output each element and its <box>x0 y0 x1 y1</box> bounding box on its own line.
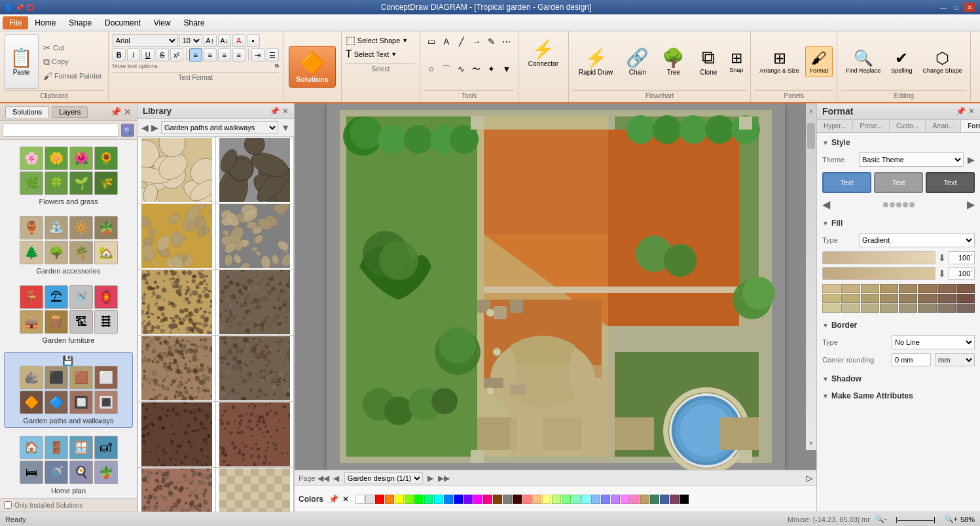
maximize-button[interactable]: □ <box>951 3 962 12</box>
canvas-diagram[interactable] <box>327 103 785 470</box>
swatch-lightyellow[interactable] <box>542 495 551 504</box>
swatch-mint[interactable] <box>424 495 433 504</box>
swatch-purple[interactable] <box>463 495 473 504</box>
pen-tool[interactable]: ✎ <box>484 34 499 48</box>
select-shape-dropdown[interactable]: ▼ <box>402 37 408 44</box>
highlight-btn[interactable]: ▪ <box>247 34 260 47</box>
library-item-soil-med[interactable] <box>216 402 293 467</box>
solution-garden-accessories[interactable]: 🏺 ⛲ 🔆 🪴 🌲 🌳 🌴 🏡 Garden accessories <box>4 213 133 277</box>
arrange-size-button[interactable]: ⊞ Arrange & Size <box>755 46 804 77</box>
solutions-pin-button[interactable]: 📌 <box>110 107 121 117</box>
style-btn-1[interactable]: Text <box>822 172 871 193</box>
solutions-filter-button[interactable]: 🔍 <box>121 124 134 137</box>
zoom-out-btn[interactable]: 🔍- <box>875 515 887 523</box>
find-replace-button[interactable]: 🔍 Find Replace <box>841 46 885 77</box>
fill-swatch-14[interactable] <box>918 294 936 303</box>
menu-document[interactable]: Document <box>98 16 147 29</box>
only-installed-checkbox[interactable] <box>4 501 12 509</box>
library-path-select[interactable]: Garden paths and walkways <box>161 121 278 134</box>
solutions-close-button[interactable]: ✕ <box>124 107 132 117</box>
library-nav-forward[interactable]: ▶ <box>151 122 158 133</box>
swatch-lightgreen[interactable] <box>562 495 571 504</box>
swatch-lavender[interactable] <box>611 495 620 504</box>
strikethrough-button[interactable]: S <box>156 48 169 61</box>
swatch-lightlime[interactable] <box>552 495 561 504</box>
fill-swatch-22[interactable] <box>918 304 936 313</box>
fill-swatch-21[interactable] <box>899 304 917 313</box>
library-item-gravel-dark[interactable] <box>216 336 293 401</box>
snap-button[interactable]: ⊞ Snap <box>726 48 746 75</box>
select-text-dropdown[interactable]: ▼ <box>391 51 397 58</box>
fill-swatch-20[interactable] <box>880 304 898 313</box>
swatch-cyan[interactable] <box>434 495 443 504</box>
swatch-white[interactable] <box>355 495 365 504</box>
format-tab-custo[interactable]: Custo... <box>890 120 926 132</box>
canvas-scroll-vertical[interactable]: ▲ ▼ <box>806 103 816 450</box>
style-nav-prev[interactable]: ◀ <box>822 198 830 211</box>
select-shape-button[interactable]: ⬚ Select Shape ▼ <box>346 34 416 46</box>
spelling-button[interactable]: ✔ Spelling <box>886 46 916 77</box>
swatch-periwinkle[interactable] <box>601 495 610 504</box>
corner-unit-select[interactable]: mm <box>935 353 975 366</box>
menu-shape[interactable]: Shape <box>62 16 98 29</box>
page-scroll-right[interactable]: ▷ <box>807 474 812 483</box>
format-pin-button[interactable]: 📌 <box>956 107 966 116</box>
underline-button[interactable]: U <box>141 48 154 61</box>
library-item-pebble-gray[interactable] <box>216 203 293 269</box>
format-painter-button[interactable]: 🖌 Format Painter <box>41 69 104 82</box>
shadow-collapse-toggle[interactable]: ▼ <box>822 376 829 383</box>
fill-type-select[interactable]: Gradient <box>859 233 975 247</box>
fill-swatch-3[interactable] <box>861 284 879 293</box>
select-text-button[interactable]: T Select Text ▼ <box>346 48 416 60</box>
border-collapse-toggle[interactable]: ▼ <box>822 322 829 329</box>
solutions-tab-layers[interactable]: Layers <box>52 106 88 118</box>
bezier-tool[interactable]: 〜 <box>469 62 484 77</box>
fill-swatch-19[interactable] <box>861 304 879 313</box>
clone-button[interactable]: ⧉ Clone <box>692 43 725 80</box>
solution-garden-furniture[interactable]: 🪑 ⛱ 🚿 🏮 🛖 🪵 🏗 🛤 Garden furniture <box>4 283 133 347</box>
swatch-peach[interactable] <box>532 495 541 504</box>
connector-button[interactable]: ⚡ Connector <box>522 34 564 72</box>
freehand-tool[interactable]: ✦ <box>484 62 499 77</box>
align-right-button[interactable]: ≡ <box>218 48 231 61</box>
library-item-stone-light[interactable] <box>138 137 215 203</box>
close-button[interactable]: ✕ <box>964 3 975 12</box>
solution-flowers-grass[interactable]: 🌸 🌼 🌺 🌻 🌿 🍀 🌱 🌾 Flowers and grass <box>4 144 133 208</box>
page-nav-next[interactable]: ▶ <box>426 473 436 483</box>
font-color-btn[interactable]: A <box>232 34 245 47</box>
style-collapse-toggle[interactable]: ▼ <box>822 139 829 147</box>
swatch-lightred[interactable] <box>522 495 532 504</box>
swatch-yellow[interactable] <box>395 495 404 504</box>
library-item-cobble-yellow[interactable] <box>138 270 215 335</box>
fill-swatch-24[interactable] <box>956 304 975 313</box>
curve-tool[interactable]: ∿ <box>454 62 469 77</box>
chain-button[interactable]: 🔗 Chain <box>620 43 655 80</box>
align-left-button[interactable]: ≡ <box>204 48 217 61</box>
swatch-blue[interactable] <box>444 495 453 504</box>
fill-swatch-1[interactable] <box>822 284 841 293</box>
change-shape-button[interactable]: ⬡ Change Shape <box>918 46 966 77</box>
fill-swatch-6[interactable] <box>918 284 936 293</box>
fill-swatch-12[interactable] <box>880 294 898 303</box>
solutions-tab-solutions[interactable]: Solutions <box>5 106 49 118</box>
library-item-gravel-brown[interactable] <box>138 336 215 401</box>
align-center-button[interactable]: ≡ <box>189 48 202 61</box>
menu-share[interactable]: Share <box>177 16 211 29</box>
swatch-navy[interactable] <box>660 495 669 504</box>
zoom-slider[interactable]: |—————| <box>890 516 942 523</box>
swatch-brown[interactable] <box>493 495 502 504</box>
zoom-in-btn[interactable]: 🔍+ <box>945 515 958 523</box>
theme-expand-button[interactable]: ▶ <box>968 154 975 165</box>
fill-swatch-11[interactable] <box>861 294 879 303</box>
gradient-bar-1[interactable] <box>822 251 935 264</box>
solutions-button[interactable]: 🔶 Solutions <box>289 46 336 88</box>
border-type-select[interactable]: No Line <box>892 335 975 349</box>
ellipse-tool[interactable]: ○ <box>424 62 439 77</box>
style-btn-2[interactable]: Text <box>874 172 923 193</box>
fill-swatch-7[interactable] <box>937 284 956 293</box>
fill-swatch-13[interactable] <box>899 294 917 303</box>
swatch-tan[interactable] <box>640 495 649 504</box>
fill-collapse-toggle[interactable]: ▼ <box>822 220 829 227</box>
style-btn-3[interactable]: Text <box>926 172 975 193</box>
text-format-expand[interactable]: ⧉ <box>275 63 279 69</box>
